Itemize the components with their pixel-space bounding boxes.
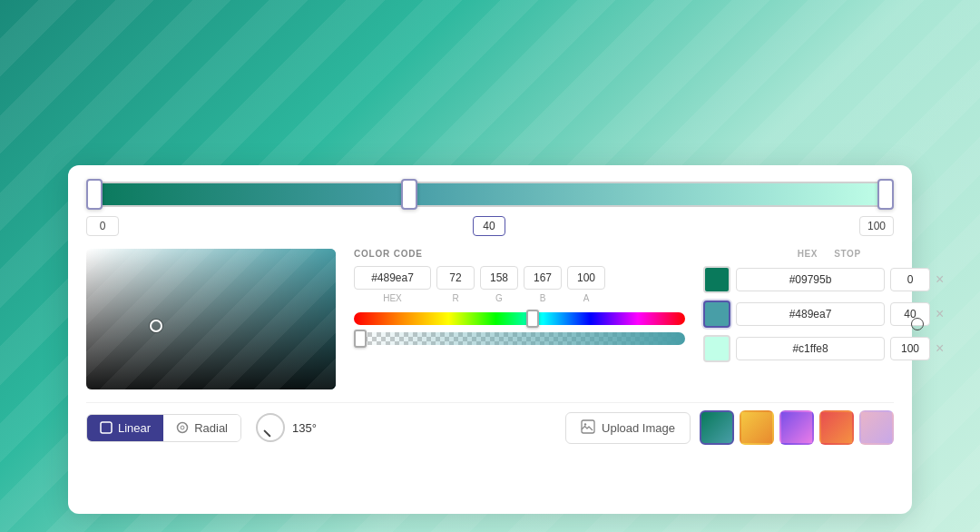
linear-label: Linear — [118, 421, 151, 435]
preset-swatch-3[interactable] — [779, 410, 814, 445]
color-inputs-row — [354, 266, 685, 290]
stop-row-1: × — [703, 266, 894, 293]
color-stops-section: HEX STOP × × — [703, 249, 894, 389]
radial-label: Radial — [194, 421, 228, 435]
stop-value-2[interactable] — [890, 302, 930, 326]
stop-swatch-1[interactable] — [703, 266, 730, 293]
color-code-title: COLOR CODE — [354, 249, 685, 259]
svg-rect-3 — [582, 420, 594, 433]
g-label: G — [480, 293, 518, 303]
color-input-labels: HEX R G B A — [354, 293, 685, 303]
g-input[interactable] — [480, 266, 518, 290]
hex-label: HEX — [354, 293, 431, 303]
stop-swatch-3[interactable] — [703, 335, 730, 362]
stops-hex-col-label: HEX — [732, 249, 818, 259]
svg-point-2 — [181, 426, 184, 429]
stop-value-3[interactable] — [890, 337, 930, 360]
svg-rect-0 — [101, 422, 112, 433]
slider-labels-row: 0 40 100 — [86, 216, 894, 236]
alpha-slider[interactable] — [354, 332, 685, 345]
stop-delete-3[interactable]: × — [936, 340, 944, 358]
r-label: R — [436, 293, 475, 303]
stop-row-2: × — [703, 300, 894, 328]
stop-row-3: × — [703, 335, 894, 362]
radial-icon — [176, 421, 189, 434]
a-label: A — [567, 293, 605, 303]
svg-point-4 — [584, 423, 586, 425]
svg-point-1 — [178, 423, 188, 433]
slider-min-label: 0 — [86, 216, 119, 236]
hex-input[interactable] — [354, 266, 431, 290]
stops-delete-col-label — [870, 249, 892, 259]
gradient-type-group: Linear Radial — [86, 414, 241, 442]
stops-stop-col-label: STOP — [825, 249, 870, 259]
color-canvas[interactable] — [86, 249, 336, 389]
hue-thumb[interactable] — [526, 310, 539, 328]
gradient-slider-section: 0 40 100 — [86, 182, 894, 236]
angle-circle[interactable] — [256, 413, 285, 442]
hue-slider[interactable] — [354, 312, 685, 325]
color-canvas-gradient — [86, 249, 336, 389]
slider-thumb-left[interactable] — [86, 179, 103, 210]
preset-swatches — [700, 410, 894, 445]
upload-icon — [581, 419, 595, 437]
bottom-toolbar: Linear Radial 135° — [86, 402, 894, 445]
radial-button[interactable]: Radial — [163, 415, 240, 441]
slider-thumb-middle[interactable] — [401, 179, 417, 210]
stop-hex-3[interactable] — [736, 337, 885, 360]
linear-button[interactable]: Linear — [87, 415, 163, 441]
stop-value-1[interactable] — [890, 268, 930, 291]
alpha-thumb[interactable] — [354, 330, 367, 348]
stops-header: HEX STOP — [703, 249, 894, 259]
main-content-area: COLOR CODE HEX R G B A — [86, 249, 894, 389]
a-input[interactable] — [567, 266, 605, 290]
b-label: B — [524, 293, 562, 303]
slider-mid-label[interactable]: 40 — [473, 216, 505, 236]
angle-control: 135° — [256, 413, 317, 442]
slider-max-label: 100 — [859, 216, 894, 236]
angle-value: 135° — [292, 421, 317, 435]
gradient-slider-track-container — [86, 182, 894, 207]
stop-hex-1[interactable] — [736, 268, 885, 291]
preset-swatch-2[interactable] — [740, 410, 774, 445]
slider-thumb-right[interactable] — [877, 179, 894, 210]
gradient-editor-panel: 0 40 100 COLOR CODE HEX R — [68, 165, 912, 514]
preset-swatch-1[interactable] — [700, 410, 734, 445]
color-code-section: COLOR CODE HEX R G B A — [354, 249, 685, 389]
stop-delete-1[interactable]: × — [936, 271, 944, 289]
stop-swatch-2[interactable] — [703, 300, 730, 328]
stop-hex-2[interactable] — [736, 302, 885, 326]
preset-swatch-4[interactable] — [819, 410, 854, 445]
canvas-cursor — [150, 320, 162, 332]
linear-icon — [100, 421, 113, 434]
upload-image-button[interactable]: Upload Image — [565, 412, 691, 444]
stop-delete-2[interactable]: × — [936, 305, 944, 323]
r-input[interactable] — [436, 266, 475, 290]
b-input[interactable] — [524, 266, 562, 290]
upload-label: Upload Image — [602, 421, 675, 435]
preset-swatch-5[interactable] — [859, 410, 894, 445]
gradient-track[interactable] — [86, 182, 894, 207]
